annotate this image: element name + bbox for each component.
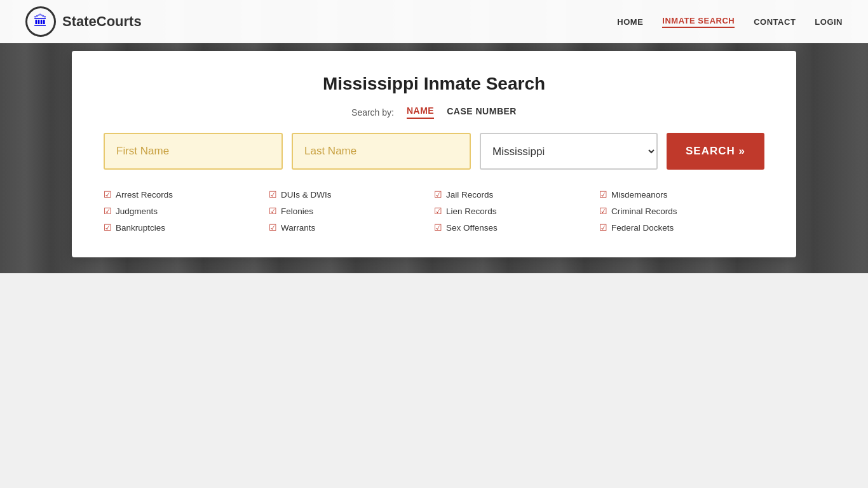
feature-label: DUIs & DWIs [281, 190, 332, 200]
tab-case-number[interactable]: CASE NUMBER [447, 106, 517, 118]
search-inputs-row: Mississippi SEARCH » [104, 133, 764, 170]
search-by-row: Search by: NAME CASE NUMBER [104, 105, 764, 119]
logo-icon: 🏛 [25, 6, 56, 37]
feature-item: ☑Warrants [269, 220, 434, 234]
site-name: StateCourts [62, 13, 142, 30]
state-select[interactable]: Mississippi [480, 133, 658, 170]
first-name-input[interactable] [104, 133, 283, 170]
features-grid: ☑Arrest Records☑DUIs & DWIs☑Jail Records… [104, 185, 764, 234]
nav-contact[interactable]: CONTACT [754, 17, 796, 27]
nav-inmate-search[interactable]: INMATE SEARCH [662, 16, 735, 28]
check-icon: ☑ [599, 206, 607, 216]
feature-item: ☑Bankruptcies [104, 220, 269, 234]
feature-label: Sex Offenses [446, 223, 498, 233]
check-icon: ☑ [434, 222, 442, 233]
feature-item: ☑Sex Offenses [434, 220, 599, 234]
feature-label: Felonies [281, 207, 313, 216]
nav-links: HOME INMATE SEARCH CONTACT LOGIN [617, 16, 843, 28]
feature-item: ☑DUIs & DWIs [269, 187, 434, 201]
feature-label: Warrants [281, 223, 315, 233]
check-icon: ☑ [104, 206, 112, 216]
site-logo[interactable]: 🏛 StateCourts [25, 6, 142, 37]
hero-section: COURTHOUSE 🏛 StateCourts HOME INMATE SEA… [0, 0, 868, 273]
check-icon: ☑ [269, 189, 277, 200]
feature-label: Bankruptcies [116, 223, 165, 233]
feature-item: ☑Criminal Records [599, 204, 764, 218]
check-icon: ☑ [104, 222, 112, 233]
check-icon: ☑ [269, 206, 277, 216]
feature-label: Arrest Records [116, 190, 173, 200]
feature-item: ☑Arrest Records [104, 187, 269, 201]
nav-login[interactable]: LOGIN [815, 17, 843, 27]
tab-name[interactable]: NAME [407, 105, 434, 119]
feature-item: ☑Jail Records [434, 187, 599, 201]
check-icon: ☑ [434, 189, 442, 200]
feature-item: ☑Judgments [104, 204, 269, 218]
feature-label: Judgments [116, 207, 158, 216]
check-icon: ☑ [269, 222, 277, 233]
feature-label: Misdemeanors [611, 190, 668, 200]
check-icon: ☑ [104, 189, 112, 200]
search-modal: Mississippi Inmate Search Search by: NAM… [72, 51, 796, 257]
main-nav: 🏛 StateCourts HOME INMATE SEARCH CONTACT… [0, 0, 868, 43]
check-icon: ☑ [599, 189, 607, 200]
feature-item: ☑Felonies [269, 204, 434, 218]
feature-label: Criminal Records [611, 207, 677, 216]
check-icon: ☑ [434, 206, 442, 216]
last-name-input[interactable] [292, 133, 471, 170]
feature-item: ☑Federal Dockets [599, 220, 764, 234]
feature-item: ☑Misdemeanors [599, 187, 764, 201]
feature-label: Federal Dockets [611, 223, 674, 233]
check-icon: ☑ [599, 222, 607, 233]
modal-title: Mississippi Inmate Search [104, 74, 764, 94]
feature-item: ☑Lien Records [434, 204, 599, 218]
nav-home[interactable]: HOME [617, 17, 643, 27]
feature-label: Lien Records [446, 207, 497, 216]
search-button[interactable]: SEARCH » [667, 133, 764, 170]
search-by-label: Search by: [351, 107, 394, 118]
feature-label: Jail Records [446, 190, 493, 200]
